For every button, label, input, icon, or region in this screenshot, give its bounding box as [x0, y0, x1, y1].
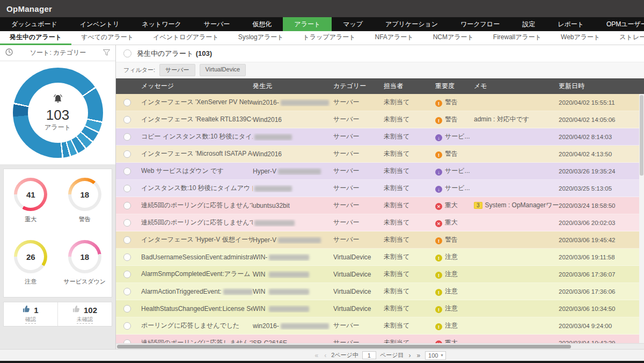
table-row[interactable]: インターフェース 'XenServer PV Network De...win2… [116, 94, 644, 111]
alert-source [253, 133, 333, 141]
table-row[interactable]: 連続5回のポーリングに応答しませんでしたサーバー未割当て✕重大2020/03/0… [116, 214, 644, 231]
nav-item-10[interactable]: レポート [546, 17, 595, 31]
acknowledged-stat[interactable]: 1 確認 [4, 302, 57, 326]
first-page-button[interactable]: « [314, 352, 320, 359]
subnav-item-0[interactable]: 発生中のアラート [0, 31, 71, 45]
prev-page-button[interactable]: ‹ [323, 352, 327, 359]
table-row[interactable]: 連続5回のポーリングに応答しませんでしたubuntsu32bitサーバー未割当て… [116, 197, 644, 214]
table-row[interactable]: HealthStatusChangedEvent:License Service… [116, 300, 644, 317]
page-number-input[interactable]: 1 [362, 351, 376, 359]
subnav-item-8[interactable]: Webアラート [551, 31, 610, 45]
column-header-1[interactable]: 発生元 [253, 82, 333, 91]
row-select-radio[interactable] [123, 322, 131, 330]
table-row[interactable]: Web サービスはダウン ですHyper-Vサーバー未割当て↓サービ...202… [116, 163, 644, 180]
subnav-item-3[interactable]: Syslogアラート [229, 31, 294, 45]
alerts-donut-chart[interactable]: 103 アラート [13, 68, 103, 158]
row-select-radio[interactable] [123, 168, 131, 175]
alert-message[interactable]: HealthStatusChangedEvent:License Service… [141, 305, 253, 313]
filter-chip-1[interactable]: VirtualDevice [200, 64, 246, 76]
unacknowledged-label[interactable]: 未確認 [77, 316, 93, 324]
subnav-item-1[interactable]: すべてのアラート [71, 31, 143, 45]
nav-item-8[interactable]: ワークフロー [449, 17, 511, 31]
alert-message[interactable]: 連続5回のポーリングに応答しませんでした [141, 338, 253, 343]
table-row[interactable]: 連続5回のポーリングに応答しませんでしたSR-C2616Eサーバー未割当て✕重大… [116, 335, 644, 343]
vertical-scrollbar-thumb[interactable] [640, 95, 643, 176]
row-select-radio[interactable] [123, 271, 131, 278]
horizontal-scrollbar-thumb[interactable] [117, 345, 571, 349]
severity-stat-2[interactable]: 26注意 [4, 240, 58, 293]
alert-message[interactable]: ポーリングに応答しませんでした [141, 321, 253, 330]
row-select-radio[interactable] [123, 133, 131, 141]
nav-item-6[interactable]: マップ [332, 17, 374, 31]
row-select-radio[interactable] [123, 116, 131, 124]
column-header-2[interactable]: カテゴリー [333, 82, 384, 91]
sort-selector[interactable]: ソート: カテゴリー [13, 48, 103, 57]
row-select-radio[interactable] [123, 253, 131, 261]
table-row[interactable]: ポーリングに応答しませんでしたwin2016-サーバー未割当て!注意2020/0… [116, 317, 644, 335]
page-size-select[interactable]: 100 ▾ [425, 351, 446, 360]
nav-item-2[interactable]: ネットワーク [130, 17, 192, 31]
table-row[interactable]: インターフェース 'Hyper-V 仮想イーサネット...Hyper-Vサーバー… [116, 231, 644, 249]
table-row[interactable]: AlarmSnmpCompletedEvent:アラーム 'テス...WIN V… [116, 266, 644, 283]
alert-message[interactable]: インスタンス数:10 秒後にタイムアウトにな... [141, 184, 253, 193]
subnav-item-7[interactable]: Firewallアラート [484, 31, 551, 45]
column-header-0[interactable]: メッセージ [141, 82, 253, 91]
subnav-item-9[interactable]: ストレージアラート [610, 31, 644, 45]
alert-message[interactable]: コピー インスタンス数:10 秒後にタイムアウ... [141, 132, 253, 141]
alert-message[interactable]: インターフェース 'Hyper-V 仮想イーサネット... [141, 235, 253, 244]
alert-message[interactable]: 連続5回のポーリングに応答しませんでした [141, 201, 253, 210]
row-select-radio[interactable] [123, 339, 131, 344]
nav-item-11[interactable]: OPMユーザーガイド [595, 17, 644, 31]
alert-message[interactable]: インターフェース 'Realtek RTL8139C+ Fast E... [141, 115, 253, 124]
row-select-radio[interactable] [123, 305, 131, 313]
subnav-item-2[interactable]: イベントログアラート [143, 31, 229, 45]
nav-item-5[interactable]: アラート [283, 17, 332, 31]
filter-icon[interactable] [103, 48, 110, 58]
filter-chip-0[interactable]: サーバー [159, 64, 195, 76]
nav-item-4[interactable]: 仮想化 [241, 17, 283, 31]
row-select-radio[interactable] [123, 99, 131, 106]
severity-stat-3[interactable]: 18サービスダウン [58, 240, 112, 293]
nav-item-0[interactable]: ダッシュボード [0, 17, 69, 31]
last-page-button[interactable]: » [415, 352, 421, 359]
unacknowledged-stat[interactable]: 102 未確認 [57, 302, 112, 326]
severity-stat-0[interactable]: 41重大 [4, 178, 58, 230]
subnav-item-5[interactable]: NFAアラート [365, 31, 423, 45]
alert-message[interactable]: Web サービスはダウン です [141, 166, 253, 176]
column-header-4[interactable]: 重要度 [435, 82, 474, 91]
table-row[interactable]: インスタンス数:10 秒後にタイムアウトにな...サーバー未割当て↓サービ...… [116, 180, 644, 197]
nav-item-1[interactable]: インベントリ [69, 17, 131, 31]
alert-message[interactable]: BadUsernameSessionEvent:administrator@vs… [141, 253, 253, 261]
nav-item-9[interactable]: 設定 [511, 17, 546, 31]
clock-icon[interactable] [5, 48, 13, 58]
next-page-button[interactable]: › [407, 352, 412, 359]
row-select-radio[interactable] [123, 219, 131, 227]
alert-message[interactable]: AlarmSnmpCompletedEvent:アラーム 'テス... [141, 270, 253, 279]
table-row[interactable]: AlarmActionTriggeredEvent:WIN VirtualDev… [116, 283, 644, 300]
vertical-scrollbar[interactable] [639, 94, 644, 343]
severity-stat-1[interactable]: 18警告 [58, 178, 112, 230]
row-select-radio[interactable] [123, 236, 131, 244]
horizontal-scrollbar[interactable] [116, 343, 644, 349]
nav-item-7[interactable]: アプリケーション [374, 17, 449, 31]
row-select-radio[interactable] [123, 202, 131, 209]
subnav-item-6[interactable]: NCMアラート [423, 31, 484, 45]
alert-message[interactable]: インターフェース 'XenServer PV Network De... [141, 98, 253, 107]
acknowledged-label[interactable]: 確認 [25, 316, 36, 324]
row-select-radio[interactable] [123, 288, 131, 295]
alert-message[interactable]: インターフェース 'Microsoft ISATAP Adapter-... [141, 149, 253, 158]
alert-message[interactable]: AlarmActionTriggeredEvent: [141, 288, 253, 295]
nav-item-3[interactable]: サーバー [193, 17, 241, 31]
column-header-3[interactable]: 担当者 [384, 82, 435, 91]
row-select-radio[interactable] [123, 185, 131, 192]
row-select-radio[interactable] [123, 150, 131, 158]
table-row[interactable]: インターフェース 'Realtek RTL8139C+ Fast E...Win… [116, 111, 644, 128]
subnav-item-4[interactable]: トラップアラート [294, 31, 365, 45]
alert-message[interactable]: 連続5回のポーリングに応答しませんでした [141, 218, 253, 227]
select-all-radio[interactable] [123, 49, 131, 57]
column-header-6[interactable]: 更新日時 [559, 82, 644, 91]
column-header-5[interactable]: メモ [474, 82, 559, 91]
table-row[interactable]: BadUsernameSessionEvent:administrator@vs… [116, 249, 644, 266]
table-row[interactable]: インターフェース 'Microsoft ISATAP Adapter-...Wi… [116, 146, 644, 163]
table-row[interactable]: コピー インスタンス数:10 秒後にタイムアウ...サーバー未割当て↓サービ..… [116, 128, 644, 146]
